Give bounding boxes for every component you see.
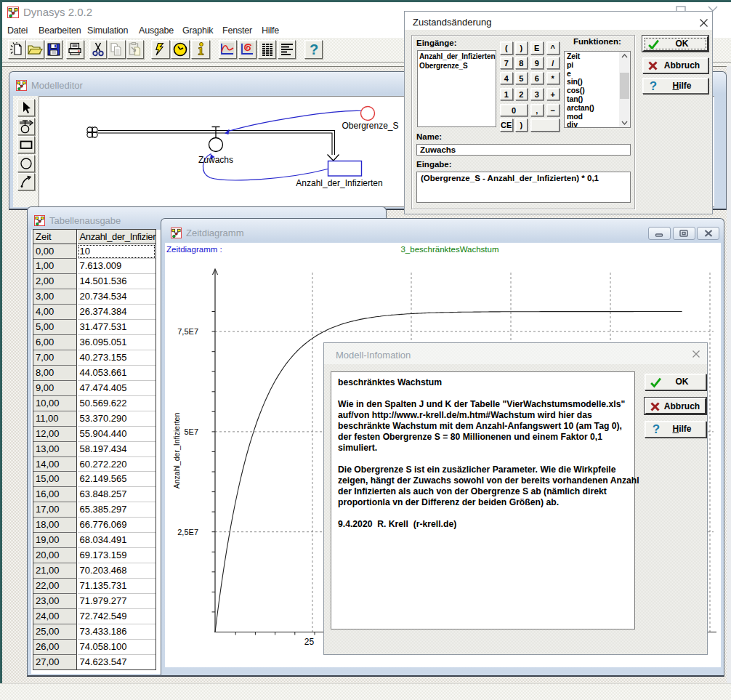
svg-text:5E7: 5E7 bbox=[184, 427, 198, 436]
svg-text:25: 25 bbox=[304, 637, 315, 647]
svg-text:Obergrenze_S: Obergrenze_S bbox=[342, 121, 398, 131]
svg-text:Zuwachs: Zuwachs bbox=[198, 155, 233, 165]
svg-text:3_beschränktesWachstum: 3_beschränktesWachstum bbox=[400, 245, 498, 254]
svg-text:Zeitdiagramm :: Zeitdiagramm : bbox=[166, 245, 222, 254]
svg-text:?: ? bbox=[309, 41, 318, 57]
svg-text:?: ? bbox=[653, 423, 660, 435]
svg-text:?: ? bbox=[650, 80, 657, 92]
svg-text:2,5E7: 2,5E7 bbox=[177, 528, 198, 536]
svg-text:Anzahl_der_Infizierten: Anzahl_der_Infizierten bbox=[172, 413, 181, 489]
svg-text:Anzahl_der_Infizierten: Anzahl_der_Infizierten bbox=[296, 178, 382, 188]
svg-text:7,5E7: 7,5E7 bbox=[177, 327, 198, 336]
